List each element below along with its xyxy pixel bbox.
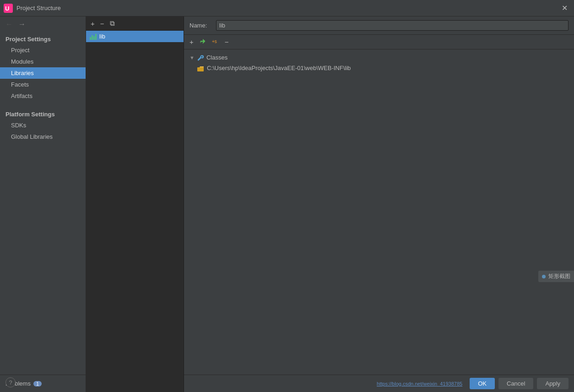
right-toolbar: + +↓ +s − [184,35,574,49]
app-logo: U [4,4,13,13]
library-item-lib[interactable]: lib [86,31,184,42]
tree-arrow-classes: ▼ [190,55,195,60]
list-toolbar: + − ⧉ [86,16,184,31]
sidebar-item-libraries[interactable]: Libraries [0,67,86,79]
add-classes-ext-button[interactable]: +↓ [197,37,208,47]
annotation-tooltip: 矩形截图 [538,271,574,282]
svg-rect-5 [197,67,204,71]
help-button[interactable]: ? [5,377,16,387]
list-panel: + − ⧉ lib [86,16,184,392]
folder-icon [197,64,204,72]
name-label: Name: [190,22,212,29]
close-button[interactable]: ✕ [559,3,570,13]
copy-library-button[interactable]: ⧉ [108,18,117,28]
sidebar-item-global-libraries[interactable]: Global Libraries [0,131,86,142]
tree-node-classes[interactable]: ▼ Classes [188,52,570,63]
right-panel: Name: + +↓ +s [184,16,574,392]
name-row: Name: [184,16,574,35]
problems-badge: 1 [33,381,42,387]
svg-text:+s: +s [212,39,217,44]
svg-point-4 [201,56,202,58]
title-bar: U Project Structure ✕ [0,0,574,16]
library-item-label: lib [99,33,105,40]
svg-text:+↓: +↓ [200,40,204,44]
svg-text:U: U [5,5,9,12]
main-layout: ← → Project Settings Project Modules Lib… [0,16,574,392]
nav-buttons: ← → [0,16,86,32]
window-title: Project Structure [16,5,559,11]
sidebar-item-project[interactable]: Project [0,44,86,56]
apply-button[interactable]: Apply [537,378,569,389]
annotation-text: 矩形截图 [548,272,570,280]
ok-button[interactable]: OK [470,378,495,389]
platform-settings-label: Platform Settings [0,107,86,120]
path-label: C:\Users\hp\IdeaProjects\JavaEE-01\web\W… [207,65,351,71]
classes-icon [196,54,204,61]
url-link[interactable]: https://blog.csdn.net/weixin_41938785 [190,381,466,387]
remove-library-button[interactable]: − [98,19,106,28]
sidebar-item-artifacts[interactable]: Artifacts [0,90,86,102]
tree-node-path[interactable]: C:\Users\hp\IdeaProjects\JavaEE-01\web\W… [188,63,570,73]
bottom-bar: https://blog.csdn.net/weixin_41938785 OK… [184,375,574,392]
annotation-dot [542,275,546,278]
back-button[interactable]: ← [4,19,15,29]
remove-path-button[interactable]: − [223,37,231,47]
sidebar-item-sdks[interactable]: SDKs [0,120,86,131]
add-library-button[interactable]: + [89,19,97,28]
tree-area: ▼ Classes C:\Users\h [184,49,574,375]
forward-button[interactable]: → [16,19,27,29]
library-bar-icon [90,33,97,40]
project-settings-label: Project Settings [0,32,86,44]
add-sources-button[interactable]: +s [210,37,221,47]
cancel-button[interactable]: Cancel [498,378,533,389]
sidebar: ← → Project Settings Project Modules Lib… [0,16,86,392]
classes-label: Classes [206,54,227,61]
sidebar-item-facets[interactable]: Facets [0,79,86,90]
add-button[interactable]: + [188,37,195,47]
name-input[interactable] [216,20,569,31]
sidebar-item-modules[interactable]: Modules [0,56,86,67]
